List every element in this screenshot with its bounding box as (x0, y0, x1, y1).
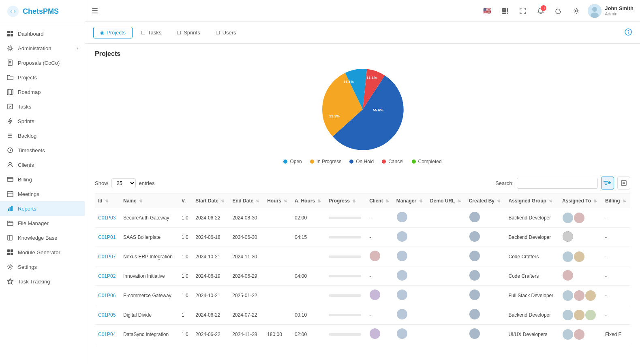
col-progress[interactable]: Progress ⇅ (325, 194, 366, 208)
sidebar-item-administration[interactable]: Administration › (0, 41, 85, 55)
search-label: Search: (495, 180, 514, 186)
fullscreen-button[interactable] (516, 4, 529, 17)
cell-hours (264, 228, 291, 247)
assigned-to-group (562, 310, 599, 320)
open-label: 11.1% (343, 80, 354, 84)
col-assigned-to[interactable]: Assigned To ⇅ (559, 194, 602, 208)
notifications-button[interactable]: 0 (534, 4, 547, 17)
cell-client: - (366, 228, 393, 247)
sidebar-item-projects[interactable]: Projects (0, 70, 85, 85)
project-id-link[interactable]: C01P07 (98, 254, 116, 260)
cell-billing: - (602, 286, 630, 305)
sidebar-item-sprints[interactable]: Sprints (0, 114, 85, 128)
table-controls: Show 25 10 50 100 entries Search: (85, 172, 640, 194)
sidebar-item-knowledge-base[interactable]: Knowledge Base (0, 230, 85, 245)
cell-a-hours: 04:15 (291, 228, 325, 247)
credit-card-icon (6, 176, 14, 183)
cancel-label: 11.1% (366, 76, 377, 80)
col-billing[interactable]: Billing ⇅ (602, 194, 630, 208)
col-client[interactable]: Client ⇅ (366, 194, 393, 208)
project-id-link[interactable]: C01P04 (98, 332, 116, 337)
legend-open: Open (283, 159, 302, 164)
col-manager[interactable]: Manager ⇅ (393, 194, 427, 208)
cell-demo-url (427, 305, 466, 325)
sidebar-item-meetings[interactable]: Meetings (0, 187, 85, 201)
sidebar-item-tasks[interactable]: Tasks (0, 99, 85, 114)
cell-name: Innovation Initiative (120, 266, 178, 286)
sidebar-item-label: Clients (18, 162, 34, 168)
sidebar-item-timesheets[interactable]: Timesheets (0, 143, 85, 158)
table-wrapper: Id ⇅ Name ⇅ V. Start Date ⇅ End Date ⇅ H… (85, 194, 640, 344)
hamburger-button[interactable]: ☰ (92, 6, 98, 15)
tab-tasks[interactable]: ☐ Tasks (134, 27, 168, 38)
sidebar-item-roadmap[interactable]: Roadmap (0, 85, 85, 99)
col-demo-url[interactable]: Demo URL ⇅ (427, 194, 466, 208)
avatar (397, 328, 407, 339)
sidebar-item-billing[interactable]: Billing (0, 172, 85, 187)
sidebar-item-module-generator[interactable]: Module Generator (0, 245, 85, 260)
col-a-hours[interactable]: A. Hours ⇅ (291, 194, 325, 208)
sidebar-item-label: Meetings (18, 191, 39, 197)
sidebar-item-reports[interactable]: Reports (0, 201, 85, 216)
sidebar-item-file-manager[interactable]: File Manager (0, 216, 85, 230)
col-name[interactable]: Name ⇅ (120, 194, 178, 208)
project-id-link[interactable]: C01P05 (98, 312, 116, 318)
col-assigned-group[interactable]: Assigned Group ⇅ (505, 194, 559, 208)
dark-mode-toggle[interactable] (552, 4, 565, 17)
project-id-link[interactable]: C01P03 (98, 215, 116, 221)
sidebar-item-task-tracking[interactable]: Task Tracking (0, 274, 85, 289)
cell-billing: - (602, 228, 630, 247)
col-v[interactable]: V. (178, 194, 192, 208)
cell-a-hours (291, 286, 325, 305)
in-progress-label: 22.2% (329, 114, 340, 118)
apps-button[interactable] (499, 4, 512, 17)
tab-projects[interactable]: ◉ Projects (93, 27, 133, 38)
sidebar-item-clients[interactable]: Clients (0, 158, 85, 172)
avatar (588, 4, 601, 18)
cell-manager (393, 228, 427, 247)
entries-select[interactable]: 25 10 50 100 (111, 178, 136, 188)
tab-users[interactable]: ☐ Users (209, 27, 243, 38)
search-input[interactable] (517, 178, 598, 189)
avatar (574, 290, 584, 301)
on-hold-label: 55.6% (373, 108, 383, 112)
cell-a-hours: 00:10 (291, 305, 325, 325)
cell-client: - (366, 305, 393, 325)
project-id-link[interactable]: C01P06 (98, 293, 116, 298)
col-hours[interactable]: Hours ⇅ (264, 194, 291, 208)
user-profile[interactable]: John Smith Admin (588, 4, 634, 18)
avatar (397, 231, 407, 242)
cell-name: DataSync Integration (120, 325, 178, 344)
col-end-date[interactable]: End Date ⇅ (229, 194, 264, 208)
info-icon[interactable] (625, 28, 632, 37)
col-start-date[interactable]: Start Date ⇅ (192, 194, 229, 208)
avatar (469, 309, 480, 319)
col-id[interactable]: Id ⇅ (95, 194, 120, 208)
cell-manager (393, 266, 427, 286)
clock-icon (6, 147, 14, 154)
project-id-link[interactable]: C01P01 (98, 234, 116, 240)
col-created-by[interactable]: Created By ⇅ (466, 194, 505, 208)
export-button[interactable] (617, 177, 630, 189)
settings-gear-button[interactable] (570, 4, 583, 17)
sidebar-item-dashboard[interactable]: Dashboard (0, 26, 85, 41)
pie-chart: 55.6% 22.2% 11.1% 11.1% (318, 65, 407, 154)
cell-id: C01P01 (95, 228, 120, 247)
language-selector[interactable]: 🇺🇸 (481, 4, 494, 17)
avatar (397, 270, 407, 281)
topbar: ☰ 🇺🇸 0 John Smith (85, 0, 640, 22)
sidebar-item-backlog[interactable]: Backlog (0, 128, 85, 143)
sidebar-item-label: Billing (18, 177, 32, 183)
filter-button[interactable] (601, 177, 614, 189)
cell-a-hours: 02:00 (291, 208, 325, 228)
sidebar-item-proposals[interactable]: Proposals (CoCo) (0, 55, 85, 70)
project-id-link[interactable]: C01P02 (98, 273, 116, 279)
progress-bar (329, 236, 361, 238)
sidebar-item-settings[interactable]: Settings (0, 260, 85, 274)
avatar (397, 289, 407, 300)
legend-completed-label: Completed (418, 159, 442, 164)
cell-start-date: 2024-06-22 (192, 208, 229, 228)
cell-billing: - (602, 266, 630, 286)
svg-rect-37 (504, 8, 506, 10)
tab-sprints[interactable]: ☐ Sprints (170, 27, 207, 38)
